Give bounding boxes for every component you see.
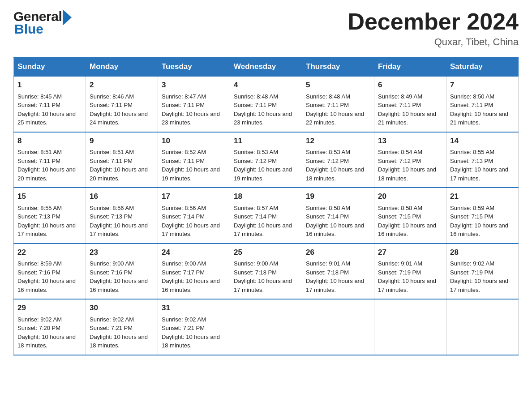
calendar-cell: 20 Sunrise: 8:58 AM Sunset: 7:15 PM Dayl… — [374, 188, 446, 244]
sunset-label: Sunset: 7:17 PM — [162, 269, 205, 276]
daylight-label: Daylight: 10 hours and 16 minutes. — [378, 222, 436, 238]
calendar-cell: 7 Sunrise: 8:50 AM Sunset: 7:11 PM Dayli… — [446, 76, 519, 132]
calendar-cell: 26 Sunrise: 9:01 AM Sunset: 7:18 PM Dayl… — [302, 244, 374, 300]
sunset-label: Sunset: 7:19 PM — [450, 269, 493, 276]
daylight-label: Daylight: 10 hours and 22 minutes. — [306, 111, 364, 126]
page-header: General Blue December 2024 Quxar, Tibet,… — [13, 9, 519, 48]
daylight-label: Daylight: 10 hours and 16 minutes. — [17, 278, 76, 293]
day-number: 23 — [90, 247, 154, 258]
day-number: 27 — [378, 247, 442, 258]
daylight-label: Daylight: 10 hours and 18 minutes. — [306, 166, 364, 182]
sunrise-label: Sunrise: 8:59 AM — [17, 260, 62, 267]
calendar-cell: 18 Sunrise: 8:57 AM Sunset: 7:14 PM Dayl… — [230, 188, 302, 244]
day-number: 3 — [162, 79, 226, 91]
daylight-label: Daylight: 10 hours and 21 minutes. — [450, 111, 508, 126]
sunrise-label: Sunrise: 8:48 AM — [234, 93, 278, 100]
sunset-label: Sunset: 7:11 PM — [234, 102, 277, 108]
calendar-cell: 29 Sunrise: 9:02 AM Sunset: 7:20 PM Dayl… — [14, 299, 86, 355]
day-number: 1 — [17, 79, 82, 91]
day-number: 29 — [17, 302, 82, 314]
calendar-cell — [446, 299, 519, 355]
calendar-week-row: 22 Sunrise: 8:59 AM Sunset: 7:16 PM Dayl… — [14, 244, 519, 300]
day-number: 18 — [234, 191, 298, 202]
sunset-label: Sunset: 7:18 PM — [306, 269, 349, 276]
calendar-cell: 6 Sunrise: 8:49 AM Sunset: 7:11 PM Dayli… — [374, 76, 446, 132]
calendar-cell: 13 Sunrise: 8:54 AM Sunset: 7:12 PM Dayl… — [374, 132, 446, 188]
calendar-cell: 1 Sunrise: 8:45 AM Sunset: 7:11 PM Dayli… — [14, 76, 86, 132]
sunset-label: Sunset: 7:11 PM — [17, 102, 60, 108]
day-number: 30 — [90, 302, 154, 314]
calendar-cell: 3 Sunrise: 8:47 AM Sunset: 7:11 PM Dayli… — [158, 76, 230, 132]
calendar-header-row: SundayMondayTuesdayWednesdayThursdayFrid… — [14, 57, 519, 76]
sunrise-label: Sunrise: 9:02 AM — [162, 316, 206, 323]
daylight-label: Daylight: 10 hours and 19 minutes. — [234, 166, 292, 182]
sunset-label: Sunset: 7:14 PM — [306, 213, 349, 220]
daylight-label: Daylight: 10 hours and 24 minutes. — [90, 111, 148, 126]
sunrise-label: Sunrise: 8:50 AM — [450, 93, 494, 100]
sunset-label: Sunset: 7:21 PM — [162, 325, 205, 331]
sunrise-label: Sunrise: 8:47 AM — [162, 93, 206, 100]
daylight-label: Daylight: 10 hours and 16 minutes. — [306, 222, 364, 238]
sunrise-label: Sunrise: 8:56 AM — [162, 205, 206, 211]
logo-blue-text: Blue — [13, 21, 43, 37]
calendar-cell: 14 Sunrise: 8:55 AM Sunset: 7:13 PM Dayl… — [446, 132, 519, 188]
sunset-label: Sunset: 7:15 PM — [378, 213, 421, 220]
day-number: 22 — [17, 247, 82, 258]
calendar-header-wednesday: Wednesday — [230, 57, 302, 76]
daylight-label: Daylight: 10 hours and 17 minutes. — [90, 222, 148, 238]
calendar-week-row: 15 Sunrise: 8:55 AM Sunset: 7:13 PM Dayl… — [14, 188, 519, 244]
day-number: 21 — [450, 191, 515, 202]
sunrise-label: Sunrise: 8:51 AM — [17, 149, 62, 155]
daylight-label: Daylight: 10 hours and 16 minutes. — [90, 278, 148, 293]
sunrise-label: Sunrise: 8:48 AM — [306, 93, 350, 100]
logo: General Blue — [13, 9, 72, 37]
calendar-cell: 31 Sunrise: 9:02 AM Sunset: 7:21 PM Dayl… — [158, 299, 230, 355]
daylight-label: Daylight: 10 hours and 17 minutes. — [450, 166, 508, 182]
calendar-cell: 15 Sunrise: 8:55 AM Sunset: 7:13 PM Dayl… — [14, 188, 86, 244]
day-number: 24 — [162, 247, 226, 258]
calendar-header-sunday: Sunday — [14, 57, 86, 76]
sunset-label: Sunset: 7:11 PM — [90, 102, 133, 108]
sunrise-label: Sunrise: 8:52 AM — [162, 149, 206, 155]
calendar-cell — [302, 299, 374, 355]
sunrise-label: Sunrise: 9:02 AM — [90, 316, 134, 323]
sunrise-label: Sunrise: 8:53 AM — [306, 149, 350, 155]
day-number: 2 — [90, 79, 154, 91]
day-number: 6 — [378, 79, 442, 91]
sunrise-label: Sunrise: 8:58 AM — [306, 205, 350, 211]
sunset-label: Sunset: 7:13 PM — [450, 158, 493, 164]
calendar-table: SundayMondayTuesdayWednesdayThursdayFrid… — [13, 57, 519, 355]
title-section: December 2024 Quxar, Tibet, China — [348, 9, 519, 48]
sunrise-label: Sunrise: 9:01 AM — [306, 260, 350, 267]
calendar-cell: 4 Sunrise: 8:48 AM Sunset: 7:11 PM Dayli… — [230, 76, 302, 132]
sunrise-label: Sunrise: 8:53 AM — [234, 149, 278, 155]
calendar-week-row: 8 Sunrise: 8:51 AM Sunset: 7:11 PM Dayli… — [14, 132, 519, 188]
day-number: 28 — [450, 247, 515, 258]
sunrise-label: Sunrise: 8:59 AM — [450, 205, 494, 211]
calendar-cell: 23 Sunrise: 9:00 AM Sunset: 7:16 PM Dayl… — [86, 244, 158, 300]
sunset-label: Sunset: 7:16 PM — [17, 269, 60, 276]
sunset-label: Sunset: 7:11 PM — [90, 158, 133, 164]
day-number: 17 — [162, 191, 226, 202]
sunset-label: Sunset: 7:11 PM — [306, 102, 349, 108]
sunrise-label: Sunrise: 8:58 AM — [378, 205, 422, 211]
day-number: 11 — [234, 135, 298, 147]
calendar-cell: 22 Sunrise: 8:59 AM Sunset: 7:16 PM Dayl… — [14, 244, 86, 300]
sunset-label: Sunset: 7:18 PM — [234, 269, 277, 276]
sunset-label: Sunset: 7:16 PM — [90, 269, 133, 276]
calendar-cell: 28 Sunrise: 9:02 AM Sunset: 7:19 PM Dayl… — [446, 244, 519, 300]
calendar-cell: 25 Sunrise: 9:00 AM Sunset: 7:18 PM Dayl… — [230, 244, 302, 300]
calendar-cell: 2 Sunrise: 8:46 AM Sunset: 7:11 PM Dayli… — [86, 76, 158, 132]
sunrise-label: Sunrise: 9:00 AM — [90, 260, 134, 267]
daylight-label: Daylight: 10 hours and 17 minutes. — [450, 278, 508, 293]
daylight-label: Daylight: 10 hours and 25 minutes. — [17, 111, 76, 126]
sunset-label: Sunset: 7:14 PM — [162, 213, 205, 220]
calendar-cell: 12 Sunrise: 8:53 AM Sunset: 7:12 PM Dayl… — [302, 132, 374, 188]
day-number: 5 — [306, 79, 370, 91]
month-title: December 2024 — [348, 9, 519, 34]
daylight-label: Daylight: 10 hours and 17 minutes. — [378, 278, 436, 293]
daylight-label: Daylight: 10 hours and 17 minutes. — [162, 222, 220, 238]
day-number: 9 — [90, 135, 154, 147]
daylight-label: Daylight: 10 hours and 23 minutes. — [234, 111, 292, 126]
daylight-label: Daylight: 10 hours and 17 minutes. — [17, 222, 76, 238]
